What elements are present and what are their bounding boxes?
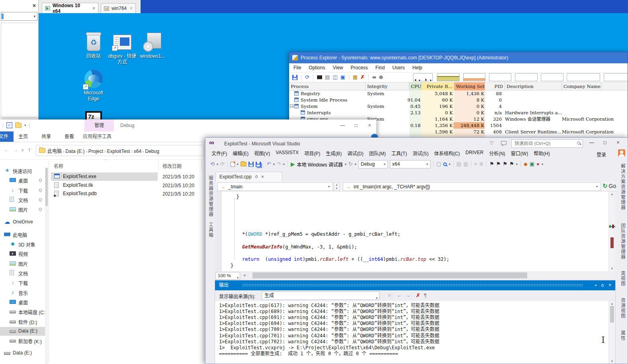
save-icon[interactable] bbox=[248, 162, 254, 167]
sidebar-item[interactable]: ↓下载 bbox=[0, 278, 48, 287]
menu-help[interactable]: Help bbox=[413, 65, 423, 70]
save-all-icon[interactable] bbox=[256, 162, 261, 167]
find-icon[interactable] bbox=[443, 162, 447, 166]
scope-dropdown[interactable]: →_tmain▾ bbox=[217, 182, 333, 191]
menu-users[interactable]: Users bbox=[392, 65, 405, 70]
zoom-dropdown[interactable]: 100 %▾ bbox=[215, 272, 240, 280]
sidebar-item[interactable]: ☁OneDrive bbox=[0, 218, 48, 227]
va-open-file-icon[interactable]: ▣ bbox=[530, 161, 534, 167]
tool-tab-资源视图[interactable]: 资源视图 bbox=[620, 298, 626, 319]
column-header-name[interactable]: 名称 bbox=[54, 162, 63, 169]
next-bookmark-icon[interactable]: ⚑ bbox=[503, 161, 507, 167]
menu-团队(M)[interactable]: 团队(M) bbox=[366, 149, 389, 157]
process-row[interactable]: RegistrySystem5,048 K1,436 K88 bbox=[289, 90, 628, 97]
close-button[interactable]: × bbox=[613, 138, 623, 147]
tool-tab-团队资源管理器[interactable]: 团队资源管理器 bbox=[620, 223, 626, 260]
breadcrumb-item[interactable]: ExploitTest bbox=[107, 149, 130, 154]
go-button[interactable]: ↻Go bbox=[603, 182, 616, 190]
toggle-word-wrap-icon[interactable]: ¶ bbox=[424, 292, 427, 298]
manage-ribbon-context[interactable]: 管理 bbox=[84, 119, 114, 131]
breadcrumb-item[interactable]: 此电脑 bbox=[47, 149, 62, 154]
sidebar-scrollbar[interactable] bbox=[45, 167, 48, 364]
process-row[interactable]: −SystemSystem0.45196 K0 K4 bbox=[289, 103, 628, 110]
quick-launch-input[interactable]: 快速启动 (Ctrl+Q) bbox=[511, 139, 583, 148]
output-log[interactable]: 1>ExploitTest.cpp(617): warning C4244: “… bbox=[215, 301, 608, 364]
menu-体系结构(C)[interactable]: 体系结构(C) bbox=[431, 149, 463, 157]
menu-帮助(H)[interactable]: 帮助(H) bbox=[531, 149, 553, 157]
recent-locations-icon[interactable]: ∨ bbox=[21, 148, 24, 152]
menu-调试(D)[interactable]: 调试(D) bbox=[344, 149, 366, 157]
desktop-icon-recycle[interactable]: ♻回收站 bbox=[78, 32, 109, 59]
platform-dropdown[interactable]: x64▾ bbox=[390, 160, 430, 168]
menu-file[interactable]: File bbox=[293, 65, 301, 70]
debug-target-button[interactable]: 本地 Windows 调试器 bbox=[297, 161, 342, 168]
tab-app-tools[interactable]: 应用程序工具 bbox=[78, 131, 116, 142]
menu-视图(V)[interactable]: 视图(V) bbox=[251, 149, 273, 157]
editor-scrollbar[interactable]: ▲ ▼ bbox=[608, 192, 615, 271]
file-name[interactable]: ExploitTest.pdb bbox=[63, 191, 97, 196]
menu-文件(F)[interactable]: 文件(F) bbox=[209, 149, 230, 157]
member-dropdown[interactable]: →int _tmain(int argc, _TCHAR* argv[])▾ bbox=[343, 182, 601, 191]
output-panel-header[interactable]: 输出 ▾ × bbox=[215, 280, 615, 290]
column-header-date[interactable]: 修改日期 bbox=[162, 162, 182, 169]
kill-process-icon[interactable]: ✗ bbox=[360, 74, 365, 80]
column-header[interactable]: Working Set bbox=[454, 82, 485, 90]
find-handle-icon[interactable]: ∞ bbox=[372, 74, 376, 80]
system-information-icon[interactable] bbox=[317, 75, 322, 79]
up-icon[interactable]: ↑ bbox=[28, 147, 31, 153]
maximize-button[interactable]: □ bbox=[600, 138, 610, 147]
expand-collapse-toggle[interactable]: − bbox=[290, 104, 293, 108]
menu-process[interactable]: Process bbox=[351, 65, 368, 70]
user-avatar[interactable] bbox=[618, 149, 625, 157]
sidebar-item[interactable]: 本地磁盘 (C:) bbox=[0, 307, 48, 316]
desktop-icon-installer[interactable]: windows1... bbox=[137, 32, 168, 59]
pin-icon[interactable] bbox=[601, 284, 604, 287]
column-header[interactable]: Process bbox=[289, 82, 366, 90]
va-find-references-icon[interactable]: ● bbox=[536, 161, 540, 167]
menu-DRIVER[interactable]: DRIVER bbox=[463, 149, 486, 157]
properties-view-icon[interactable]: ▣ bbox=[340, 74, 345, 80]
sidebar-item[interactable]: Data (E:) bbox=[0, 349, 48, 358]
scrollbar-thumb[interactable] bbox=[610, 237, 614, 248]
process-row[interactable]: System Idle Process91.0460 K8 K0 bbox=[289, 97, 628, 103]
column-header[interactable]: Private B... bbox=[421, 82, 454, 90]
output-scrollbar[interactable]: ▲ ▼ bbox=[608, 301, 615, 364]
new-file-icon[interactable] bbox=[231, 162, 235, 167]
cpu-history-graph[interactable] bbox=[413, 73, 433, 81]
open-file-icon[interactable] bbox=[241, 162, 247, 166]
sidebar-item[interactable]: Data (E:) bbox=[0, 327, 48, 336]
sidebar-item[interactable]: ↓下载 bbox=[0, 186, 48, 195]
sidebar-item[interactable]: 桌面 bbox=[0, 298, 48, 307]
close-icon[interactable]: × bbox=[608, 280, 611, 290]
previous-bookmark-icon[interactable]: ⚑ bbox=[496, 161, 501, 167]
maximize-button[interactable]: □ bbox=[349, 119, 363, 131]
navigate-forward-icon[interactable]: ⟳ bbox=[220, 161, 225, 167]
properties-icon[interactable]: ✓ bbox=[6, 122, 12, 128]
breadcrumb-item[interactable]: Project bbox=[88, 149, 103, 154]
tab-file[interactable]: 文件 bbox=[0, 131, 14, 142]
next-message-icon[interactable]: → bbox=[405, 292, 411, 298]
menu-options[interactable]: Options bbox=[309, 65, 325, 70]
toggle-bookmark-icon[interactable]: ⚑ bbox=[489, 161, 494, 167]
close-icon[interactable]: × bbox=[130, 6, 133, 11]
minimize-button[interactable]: — bbox=[336, 119, 349, 131]
column-header[interactable]: CPU bbox=[409, 82, 421, 90]
menu-项目(P)[interactable]: 项目(P) bbox=[301, 149, 323, 157]
output-source-dropdown[interactable]: 生成▾ bbox=[262, 292, 380, 300]
uncomment-icon[interactable]: ▥ bbox=[463, 161, 468, 167]
find-message-icon[interactable]: ≡ bbox=[388, 292, 391, 298]
file-name[interactable]: ExploitTest.ilk bbox=[63, 182, 93, 188]
clear-bookmarks-icon[interactable]: ⚑ bbox=[509, 161, 514, 167]
sidebar-item[interactable]: 图片 bbox=[0, 205, 48, 214]
sidebar-item[interactable]: 图片 bbox=[0, 259, 48, 268]
menu-生成(B)[interactable]: 生成(B) bbox=[323, 149, 344, 157]
sidebar-item[interactable]: ♪音乐 bbox=[0, 288, 48, 297]
library-tree[interactable] bbox=[1, 23, 37, 117]
tab-共享[interactable]: 共享 bbox=[37, 131, 56, 142]
configuration-dropdown[interactable]: Debug▾ bbox=[358, 160, 388, 168]
column-header[interactable]: Description bbox=[505, 82, 562, 90]
column-header[interactable]: Integrity bbox=[366, 82, 409, 90]
close-button[interactable]: × bbox=[363, 119, 376, 131]
close-icon[interactable]: × bbox=[92, 6, 95, 11]
undo-icon[interactable]: ↶ bbox=[267, 161, 271, 167]
